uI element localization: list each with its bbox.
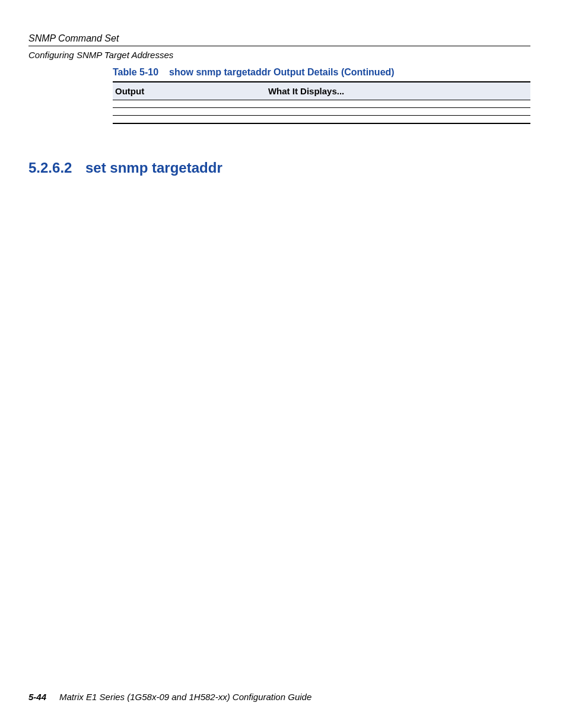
running-header-subtitle: Configuring SNMP Target Addresses	[28, 50, 530, 60]
section-title: set snmp targetaddr	[85, 160, 222, 176]
table-row	[113, 100, 530, 108]
table-block: Table 5-10show snmp targetaddr Output De…	[113, 67, 530, 124]
table-number: Table 5-10	[113, 67, 158, 77]
header-rule	[28, 46, 530, 46]
section-number: 5.2.6.2	[28, 160, 85, 176]
page: SNMP Command Set Configuring SNMP Target…	[0, 0, 566, 728]
col-header-output: Output	[113, 82, 209, 100]
running-header-title: SNMP Command Set	[28, 33, 530, 44]
page-number: 5-44	[28, 692, 46, 702]
table-title: show snmp targetaddr Output Details (Con…	[169, 67, 395, 77]
page-footer: 5-44Matrix E1 Series (1G58x-09 and 1H582…	[28, 692, 311, 702]
output-details-table: Output What It Displays...	[113, 81, 530, 124]
table-row	[113, 108, 530, 116]
book-title: Matrix E1 Series (1G58x-09 and 1H582-xx)…	[59, 692, 311, 702]
table-caption: Table 5-10show snmp targetaddr Output De…	[113, 67, 530, 78]
table-row	[113, 116, 530, 124]
section-heading: 5.2.6.2set snmp targetaddr	[28, 160, 530, 176]
col-header-desc: What It Displays...	[209, 82, 530, 100]
table-header-row: Output What It Displays...	[113, 82, 530, 100]
